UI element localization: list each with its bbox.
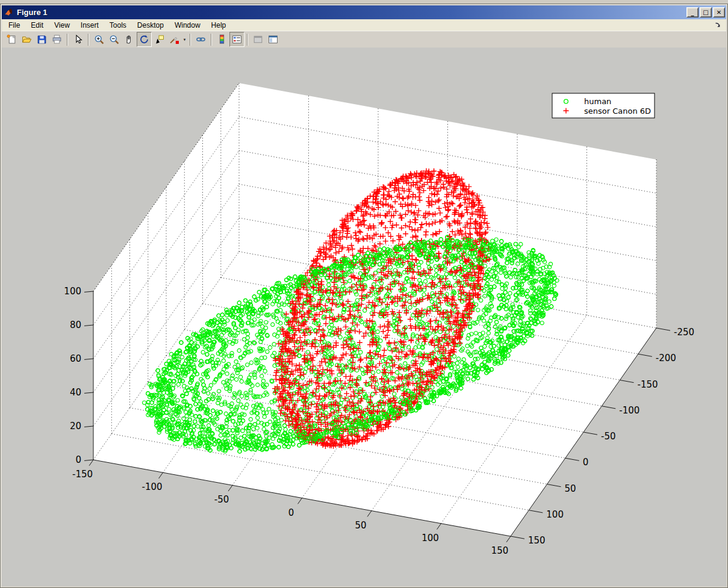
legend-label-sensor: sensor Canon 6D <box>584 107 651 116</box>
tick-label: 100 <box>546 509 564 520</box>
maximize-button[interactable]: □ <box>700 7 712 17</box>
menu-view[interactable]: View <box>49 20 75 31</box>
new-document-icon <box>7 34 17 45</box>
rotate-3d-icon <box>139 34 149 45</box>
tick-label: 0 <box>75 454 81 465</box>
brush-icon <box>169 34 179 45</box>
tick-label: -150 <box>638 379 658 390</box>
save-figure-button[interactable] <box>34 32 49 47</box>
menu-file[interactable]: File <box>3 20 25 31</box>
title-bar[interactable]: Figure 1 _□✕ <box>2 5 726 19</box>
tick-label: -100 <box>619 405 639 416</box>
print-figure-button[interactable] <box>49 32 64 47</box>
dock-figure-arrow-icon[interactable] <box>714 22 721 29</box>
cursor-arrow-icon <box>73 34 83 45</box>
menu-window[interactable]: Window <box>169 20 206 31</box>
menu-desktop[interactable]: Desktop <box>132 20 169 31</box>
hide-plot-tools-button[interactable] <box>250 32 266 47</box>
rotate-3d-button[interactable] <box>137 32 152 47</box>
edit-plot-button[interactable] <box>70 32 86 47</box>
brush-data-dropdown-caret[interactable]: ▾ <box>182 32 187 46</box>
legend-icon <box>232 34 242 45</box>
figure-canvas: -150-100-50050100150150100500-50-100-150… <box>2 48 726 586</box>
tick-label: -250 <box>674 327 694 338</box>
toolbar-separator <box>247 34 248 46</box>
zoom-out-button[interactable] <box>107 32 122 47</box>
tick-label: -200 <box>656 353 676 364</box>
tick-label: 150 <box>491 545 509 556</box>
menu-help[interactable]: Help <box>206 20 232 31</box>
tick-label: 50 <box>565 483 576 494</box>
tick-label: 100 <box>64 286 81 297</box>
screen: { "window": { "title": "Figure 1", "cont… <box>0 0 728 588</box>
tick-label: 150 <box>528 535 546 546</box>
plot-area[interactable]: -150-100-50050100150150100500-50-100-150… <box>2 48 726 588</box>
tick-label: -50 <box>601 431 616 442</box>
show-plot-tools-button[interactable] <box>266 32 281 47</box>
menu-edit[interactable]: Edit <box>25 20 49 31</box>
toolbar: ▾ <box>2 31 726 48</box>
link-plot-button[interactable] <box>193 32 208 47</box>
toolbar-separator <box>211 34 212 46</box>
tick-label: 40 <box>70 387 81 398</box>
tick-label: 50 <box>355 520 366 531</box>
insert-legend-button[interactable] <box>229 32 244 47</box>
tick-label: 0 <box>288 507 294 518</box>
toolbar-separator <box>190 34 191 46</box>
tick-label: -100 <box>142 481 162 492</box>
zoom-in-icon <box>94 34 104 45</box>
tick-label: -150 <box>72 469 93 480</box>
menu-insert[interactable]: Insert <box>75 20 104 31</box>
save-icon <box>37 34 47 45</box>
legend-label-human: human <box>584 97 611 106</box>
tick-label: 0 <box>583 457 589 468</box>
tick-label: 20 <box>70 421 81 432</box>
print-icon <box>52 34 62 45</box>
data-cursor-icon <box>154 34 164 45</box>
zoom-in-button[interactable] <box>92 32 107 47</box>
tick-label: -50 <box>214 494 229 505</box>
link-icon <box>196 34 206 45</box>
data-cursor-button[interactable] <box>152 32 167 47</box>
toolbar-separator <box>88 34 89 46</box>
figure-window: Figure 1 _□✕ FileEditViewInsertToolsDesk… <box>0 4 728 588</box>
new-figure-button[interactable] <box>4 32 19 47</box>
show-plot-tools-icon <box>268 34 278 45</box>
toolbar-separator <box>67 34 68 46</box>
matlab-logo-icon <box>4 7 14 17</box>
colorbar-icon <box>217 34 227 45</box>
close-button[interactable]: ✕ <box>713 7 725 17</box>
tick-label: 100 <box>422 533 439 543</box>
pan-button[interactable] <box>122 32 137 47</box>
hide-plot-tools-icon <box>253 34 263 45</box>
tick-label: 80 <box>70 320 81 330</box>
insert-colorbar-button[interactable] <box>214 32 229 47</box>
minimize-button[interactable]: _ <box>686 7 698 17</box>
tick-label: 60 <box>70 353 81 364</box>
open-folder-icon <box>22 34 32 45</box>
brush-data-button[interactable] <box>167 32 182 47</box>
hand-icon <box>124 34 134 45</box>
menu-bar: FileEditViewInsertToolsDesktopWindowHelp <box>2 19 726 31</box>
axes-3d-grid <box>93 83 656 536</box>
window-title: Figure 1 <box>17 8 685 17</box>
menu-tools[interactable]: Tools <box>104 20 132 31</box>
zoom-out-icon <box>109 34 119 45</box>
legend[interactable]: human sensor Canon 6D <box>552 93 655 118</box>
open-file-button[interactable] <box>19 32 34 47</box>
